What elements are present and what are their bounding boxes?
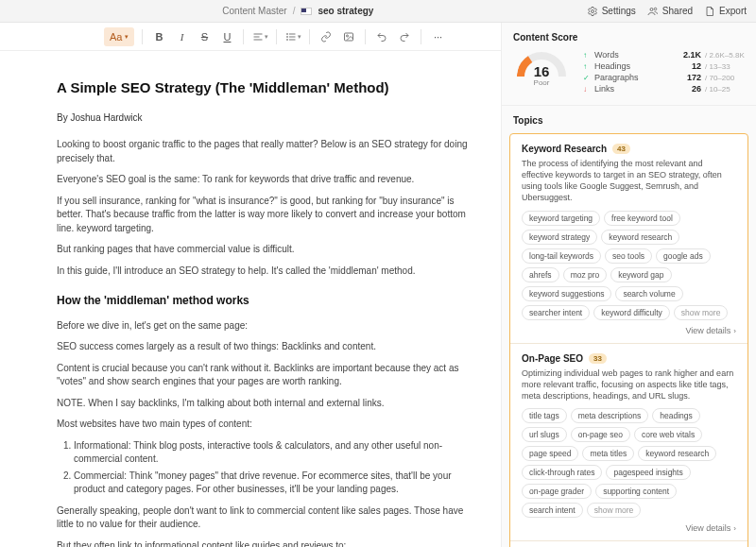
svg-rect-12 bbox=[345, 33, 353, 41]
topic-chip[interactable]: search intent bbox=[522, 503, 583, 518]
topic-count-badge: 33 bbox=[589, 353, 607, 364]
doc-heading-2: How the 'middleman' method works bbox=[57, 293, 478, 309]
doc-title: seo strategy bbox=[318, 6, 373, 16]
doc-list-item: Informational: Think blog posts, interac… bbox=[74, 439, 478, 467]
topic-chip[interactable]: search volume bbox=[615, 286, 682, 301]
doc-byline: By Joshua Hardwick bbox=[57, 111, 478, 126]
view-details-link[interactable]: View details› bbox=[522, 523, 736, 533]
metric-arrow-icon: ↑ bbox=[583, 62, 591, 71]
topic-chip[interactable]: page speed bbox=[522, 446, 578, 461]
topic-chip[interactable]: seo tools bbox=[605, 248, 652, 264]
topic-chip[interactable]: meta titles bbox=[582, 446, 634, 461]
topic-chip[interactable]: keyword research bbox=[601, 230, 679, 245]
doc-paragraph: Everyone's SEO goal is the same: To rank… bbox=[57, 173, 478, 187]
topic-chips: title tagsmeta descriptionsheadingsurl s… bbox=[522, 408, 736, 518]
file-icon bbox=[704, 6, 715, 17]
topic-chip[interactable]: supporting content bbox=[595, 484, 677, 499]
metric-range: / 70–200 bbox=[705, 74, 745, 82]
underline-button[interactable]: U bbox=[218, 27, 235, 46]
topic-chip[interactable]: meta descriptions bbox=[571, 408, 649, 423]
doc-paragraph: Looking to boost organic traffic to the … bbox=[57, 138, 478, 165]
link-button[interactable] bbox=[318, 27, 335, 46]
svg-point-9 bbox=[286, 33, 287, 34]
content-score-panel: Content Score 16 Poor ↑Words2.1K/ 2.6K–5… bbox=[502, 23, 756, 106]
app-name: Content Master bbox=[222, 6, 286, 16]
topic-chip[interactable]: url slugs bbox=[522, 427, 567, 442]
show-more-chip[interactable]: show more bbox=[674, 305, 729, 320]
image-icon bbox=[343, 31, 354, 43]
document-editor[interactable]: A Simple SEO Strategy (The 'Middleman' M… bbox=[0, 51, 501, 547]
image-button[interactable] bbox=[340, 27, 357, 46]
topic-description: Optimizing individual web pages to rank … bbox=[522, 368, 736, 402]
metric-arrow-icon: ↓ bbox=[583, 85, 591, 94]
redo-button[interactable] bbox=[396, 27, 413, 46]
topic-chip[interactable]: ahrefs bbox=[522, 267, 559, 282]
metric-range: / 13–33 bbox=[705, 62, 745, 71]
topic-card: Measuring and Tracking SEO Success36Moni… bbox=[510, 541, 747, 547]
svg-point-13 bbox=[347, 35, 349, 37]
topic-card: On-Page SEO33Optimizing individual web p… bbox=[510, 344, 747, 541]
link-icon bbox=[320, 31, 332, 43]
svg-point-0 bbox=[591, 9, 593, 12]
score-value: 16 bbox=[513, 63, 570, 79]
metric-row: ↑Words2.1K/ 2.6K–5.8K bbox=[583, 50, 745, 60]
topic-chip[interactable]: headings bbox=[652, 408, 700, 423]
italic-button[interactable]: I bbox=[173, 27, 190, 46]
shared-button[interactable]: Shared bbox=[647, 6, 693, 17]
svg-point-2 bbox=[654, 8, 657, 10]
doc-paragraph: SEO success comes largely as a result of… bbox=[57, 340, 478, 354]
list-icon bbox=[285, 31, 297, 43]
svg-point-10 bbox=[286, 36, 287, 37]
topic-chip[interactable]: pagespeed insights bbox=[606, 465, 690, 480]
doc-paragraph: Before we dive in, let's get on the same… bbox=[57, 319, 478, 333]
editor-toolbar: Aa▾ B I S U ▾ ▾ ··· bbox=[0, 23, 501, 51]
topic-chip[interactable]: searcher intent bbox=[522, 305, 590, 320]
show-more-chip[interactable]: show more bbox=[587, 503, 642, 518]
topic-chip[interactable]: on-page seo bbox=[571, 427, 630, 442]
doc-list-item: Commercial: Think "money pages" that dri… bbox=[74, 470, 478, 497]
metric-range: / 2.6K–5.8K bbox=[705, 51, 745, 60]
topic-chip[interactable]: keyword difficulty bbox=[593, 305, 670, 320]
topic-chip[interactable]: free keyword tool bbox=[604, 211, 680, 226]
metric-value: 172 bbox=[675, 73, 701, 82]
font-style-dropdown[interactable]: Aa▾ bbox=[104, 27, 134, 46]
metric-label: Headings bbox=[594, 61, 671, 71]
doc-paragraph: Content is crucial because you can't ran… bbox=[57, 362, 478, 389]
topic-chip[interactable]: keyword research bbox=[638, 446, 716, 461]
content-score-heading: Content Score bbox=[513, 32, 745, 43]
align-dropdown[interactable]: ▾ bbox=[251, 27, 268, 46]
topic-chip[interactable]: click-through rates bbox=[522, 465, 602, 480]
chevron-right-icon: › bbox=[733, 327, 736, 335]
more-button[interactable]: ··· bbox=[429, 27, 446, 46]
topic-chip[interactable]: keyword targeting bbox=[522, 211, 600, 226]
topic-chip[interactable]: keyword suggestions bbox=[522, 286, 611, 301]
sidebar: Content Score 16 Poor ↑Words2.1K/ 2.6K–5… bbox=[501, 23, 756, 547]
metric-value: 12 bbox=[675, 61, 701, 71]
settings-button[interactable]: Settings bbox=[587, 6, 636, 17]
topic-title: On-Page SEO bbox=[522, 353, 583, 364]
topic-chip[interactable]: long-tail keywords bbox=[522, 248, 601, 264]
export-label: Export bbox=[719, 6, 747, 16]
view-details-link[interactable]: View details› bbox=[522, 326, 736, 335]
export-button[interactable]: Export bbox=[704, 6, 747, 17]
metric-label: Words bbox=[594, 50, 671, 60]
score-label: Poor bbox=[534, 78, 550, 87]
chevron-right-icon: › bbox=[733, 524, 736, 533]
list-dropdown[interactable]: ▾ bbox=[284, 27, 301, 46]
topic-chip[interactable]: keyword gap bbox=[610, 267, 671, 282]
metric-row: ✓Paragraphs172/ 70–200 bbox=[583, 73, 745, 82]
topic-chip[interactable]: on-page grader bbox=[522, 484, 592, 499]
settings-label: Settings bbox=[602, 6, 636, 16]
bold-button[interactable]: B bbox=[150, 27, 167, 46]
us-flag-icon bbox=[301, 8, 312, 15]
metric-row: ↑Headings12/ 13–33 bbox=[583, 61, 745, 71]
undo-button[interactable] bbox=[373, 27, 390, 46]
topic-chip[interactable]: title tags bbox=[522, 408, 567, 423]
strikethrough-button[interactable]: S bbox=[196, 27, 213, 46]
topic-chip[interactable]: keyword strategy bbox=[522, 230, 597, 245]
topic-chips: keyword targetingfree keyword toolkeywor… bbox=[522, 211, 736, 320]
doc-paragraph: Most websites have two main types of con… bbox=[57, 418, 478, 432]
topic-chip[interactable]: google ads bbox=[656, 248, 711, 264]
topic-chip[interactable]: core web vitals bbox=[634, 427, 702, 442]
topic-chip[interactable]: moz pro bbox=[563, 267, 608, 282]
